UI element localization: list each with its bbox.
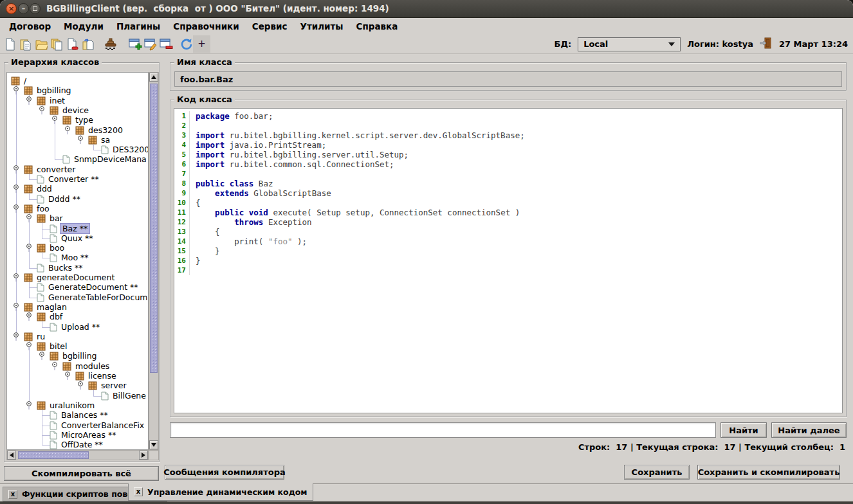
edit-window-icon[interactable] (143, 37, 158, 52)
tree-horizontal-scrollbar[interactable] (6, 450, 149, 460)
tree-node-label: dbf (48, 312, 64, 321)
find-button[interactable]: Найти (720, 422, 767, 438)
tree-node-converter[interactable]: Converter ** (7, 174, 100, 184)
remove-window-icon[interactable] (158, 37, 174, 52)
tree-node-bucks[interactable]: Bucks ** (7, 263, 84, 273)
delete-document-icon[interactable] (64, 37, 80, 52)
scroll-left-button[interactable] (7, 451, 16, 460)
tree-node-des3200[interactable]: des3200 (7, 125, 124, 135)
tree-node-label: boo (48, 243, 66, 253)
tree-node-baz[interactable]: Baz ** (7, 224, 90, 233)
tree-node-bitel[interactable]: bitel (7, 341, 68, 351)
class-file-icon (50, 253, 57, 262)
tree-node-sa[interactable]: sa (7, 135, 111, 145)
package-icon (37, 312, 46, 321)
door-exit-icon[interactable] (760, 37, 773, 52)
tree-node-label: DES3200 (111, 145, 149, 154)
open-folder-icon[interactable] (33, 37, 49, 52)
menu-1[interactable]: Договор (3, 20, 57, 33)
open-document-icon[interactable] (18, 37, 33, 52)
new-document-icon[interactable] (3, 37, 18, 52)
class-file-icon (50, 411, 57, 420)
scroll-right-button[interactable] (139, 451, 148, 460)
tree-node-label: GenerateDocument ** (47, 282, 140, 292)
package-icon (37, 214, 46, 223)
tree-node-offdate[interactable]: OffDate ** (7, 440, 104, 449)
menu-7[interactable]: Справка (350, 20, 405, 33)
tree-node-ddd[interactable]: ddd (7, 184, 53, 194)
tree-node-ru[interactable]: ru (7, 332, 46, 341)
save-and-compile-button[interactable]: Сохранить и скомпилировать (697, 465, 840, 480)
tree-node-type[interactable]: type (7, 115, 95, 125)
tree-node-dddd[interactable]: Dddd ** (7, 194, 82, 204)
tree-node-boo[interactable]: boo (7, 243, 66, 253)
tree-node-bar[interactable]: bar (7, 213, 64, 223)
tree-node-upload[interactable]: Upload ** (7, 322, 101, 332)
find-next-button[interactable]: Найти далее (771, 422, 847, 438)
code-panel: Имя класса foo.bar.Baz Код класса 1packa… (163, 54, 853, 483)
horizontal-scroll-thumb[interactable] (18, 451, 89, 459)
tree-node-converterbalancefix[interactable]: ConverterBalanceFix (7, 420, 145, 430)
tree-node-foo[interactable]: foo (7, 204, 51, 213)
menu-3[interactable]: Плагины (110, 20, 167, 33)
tab-close-icon[interactable]: x (8, 490, 17, 499)
menu-6[interactable]: Утилиты (293, 20, 349, 33)
scroll-down-button[interactable] (149, 440, 158, 449)
add-tab-button[interactable]: + (193, 35, 210, 53)
tree-node-balances[interactable]: Balances ** (7, 410, 109, 420)
tree-node-server[interactable]: server (7, 381, 128, 390)
tab-2[interactable]: xУправление динамическим кодом (128, 483, 313, 501)
class-tree[interactable]: /bgbillinginetdevicetypedes3200saDES3200… (6, 72, 149, 450)
menu-2[interactable]: Модули (57, 20, 110, 33)
code-line-4: 4import java.io.PrintStream; (174, 140, 842, 150)
close-button[interactable]: × (6, 3, 17, 14)
vertical-scroll-thumb[interactable] (150, 84, 158, 373)
tree-node-generatetablefordocum[interactable]: GenerateTableForDocum (7, 292, 149, 302)
stamp-icon[interactable] (103, 37, 118, 52)
tree-node-uralunikom[interactable]: uralunikom (7, 401, 96, 410)
tree-node-bgbilling[interactable]: bgbilling (7, 86, 73, 95)
tree-node-quux[interactable]: Quux ** (7, 233, 95, 243)
minimize-button[interactable]: – (18, 3, 29, 14)
tree-node-/[interactable]: / (7, 76, 28, 86)
tree-node-moo[interactable]: Moo ** (7, 253, 90, 262)
code-editor[interactable]: 1package foo.bar;23import ru.bitel.bgbil… (174, 108, 843, 413)
add-window-icon[interactable] (127, 37, 143, 52)
tree-node-bgbilling[interactable]: bgbilling (7, 351, 98, 361)
refresh-icon[interactable] (179, 37, 194, 52)
compiler-messages-button[interactable]: Сообщения компилятора (165, 465, 284, 480)
tree-node-label: Bucks ** (47, 263, 84, 273)
code-line-9: 9 extends GlobalScriptBase (174, 188, 842, 198)
tree-node-maglan[interactable]: maglan (7, 302, 68, 312)
menu-5[interactable]: Сервис (246, 20, 294, 33)
tree-node-snmpdevicemana[interactable]: SnmpDeviceMana (7, 154, 148, 164)
tree-node-dbf[interactable]: dbf (7, 312, 64, 321)
search-input[interactable] (170, 422, 716, 438)
save-button[interactable]: Сохранить (624, 465, 690, 480)
scroll-up-button[interactable] (149, 73, 158, 82)
menu-4[interactable]: Справочники (167, 20, 246, 33)
db-select-value: Local (583, 39, 608, 49)
tree-node-generatedocument[interactable]: generateDocument (7, 273, 116, 282)
tree-node-license[interactable]: license (7, 371, 118, 381)
tree-node-inet[interactable]: inet (7, 96, 66, 105)
db-select[interactable]: Local (578, 37, 681, 51)
compile-all-button[interactable]: Скомпилировать всё (4, 466, 159, 481)
paste-document-icon[interactable] (80, 37, 95, 52)
tree-node-des3200[interactable]: DES3200 (7, 145, 149, 154)
tree-node-microareas[interactable]: MicroAreas ** (7, 430, 117, 440)
tree-node-billgene[interactable]: BillGene (7, 391, 147, 401)
tree-node-converter[interactable]: converter (7, 165, 77, 174)
tab-close-icon[interactable]: x (134, 487, 143, 496)
class-file-icon (50, 234, 57, 243)
titlebar: × – BGBillingClient (вер. сборка от ) ОО… (0, 0, 853, 18)
package-icon (62, 116, 71, 125)
code-line-2: 2 (174, 121, 842, 130)
toolbar-right: БД: Local Логин: kostya 27 Март 13:24 (554, 34, 848, 54)
tree-node-modules[interactable]: modules (7, 361, 111, 371)
tree-node-generatedocument[interactable]: GenerateDocument ** (7, 282, 140, 292)
maximize-button[interactable] (30, 3, 41, 14)
tree-node-device[interactable]: device (7, 105, 90, 115)
tree-vertical-scrollbar[interactable] (149, 72, 159, 450)
copy-documents-icon[interactable] (49, 37, 64, 52)
